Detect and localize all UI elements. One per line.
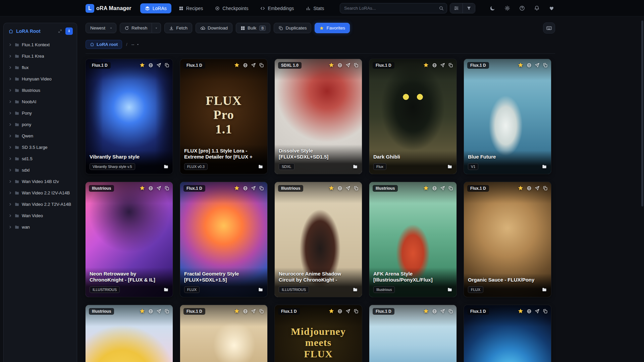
copy-icon[interactable] bbox=[543, 186, 548, 191]
favorite-star-icon[interactable] bbox=[139, 185, 145, 191]
globe-icon[interactable] bbox=[148, 186, 153, 191]
sidebar-folder[interactable]: wan bbox=[6, 221, 75, 233]
folder-icon[interactable] bbox=[447, 287, 452, 292]
lora-card[interactable]: Illustrious AFK Arena Style [Illustrious… bbox=[369, 182, 457, 297]
globe-icon[interactable] bbox=[243, 309, 248, 314]
refresh-dropdown-button[interactable] bbox=[152, 23, 161, 33]
lora-card[interactable]: Flux.1 D bbox=[180, 305, 267, 362]
globe-icon[interactable] bbox=[527, 63, 532, 68]
chevron-right-icon[interactable] bbox=[8, 43, 12, 47]
globe-icon[interactable] bbox=[432, 186, 437, 191]
lora-card[interactable]: Flux.1 D Vibrantly Sharp style Vibrantly… bbox=[86, 59, 173, 174]
sidebar-folder[interactable]: Flux.1 Kontext bbox=[6, 39, 75, 50]
chevron-right-icon[interactable] bbox=[8, 225, 12, 229]
sidebar-folder[interactable]: Wan Video bbox=[6, 210, 75, 221]
keyboard-shortcuts-button[interactable] bbox=[543, 22, 555, 34]
pin-sidebar-button[interactable] bbox=[65, 27, 73, 35]
chevron-right-icon[interactable] bbox=[8, 100, 12, 104]
sidebar-folder[interactable]: Flux.1 Krea bbox=[6, 50, 75, 62]
copy-icon[interactable] bbox=[164, 309, 169, 314]
folder-icon[interactable] bbox=[258, 287, 263, 292]
favorite-star-icon[interactable] bbox=[328, 308, 334, 314]
filter-button[interactable] bbox=[463, 3, 475, 13]
folder-icon[interactable] bbox=[542, 287, 547, 292]
sort-select[interactable]: Newest bbox=[86, 23, 116, 33]
globe-icon[interactable] bbox=[148, 309, 153, 314]
send-icon[interactable] bbox=[440, 63, 445, 68]
copy-icon[interactable] bbox=[259, 186, 264, 191]
chevron-right-icon[interactable] bbox=[8, 88, 12, 92]
sidebar-folder[interactable]: sd1.5 bbox=[6, 153, 75, 164]
sidebar-folder[interactable]: Hunyuan Video bbox=[6, 73, 75, 84]
lora-card[interactable]: Illustrious Neurocore Anime Shadow Circu… bbox=[275, 182, 362, 297]
lora-card[interactable]: Midjourney meets FLUX Flux.1 D bbox=[275, 305, 362, 362]
favorite-star-icon[interactable] bbox=[423, 185, 429, 191]
lora-card[interactable]: SDXL 1.0 Dissolve Style [FLUX+SDXL+SD1.5… bbox=[275, 59, 362, 174]
favorite-star-icon[interactable] bbox=[139, 308, 145, 314]
duplicates-button[interactable]: Duplicates bbox=[274, 23, 311, 33]
lora-card[interactable]: Illustrious Neon Retrowave by ChronoKnig… bbox=[86, 182, 173, 297]
folder-icon[interactable] bbox=[542, 164, 547, 169]
sidebar-root-label[interactable]: LoRA Root bbox=[16, 28, 41, 34]
send-icon[interactable] bbox=[156, 63, 161, 68]
download-button[interactable]: Download bbox=[196, 23, 232, 33]
nav-tab-stats[interactable]: Stats bbox=[301, 3, 329, 13]
favorite-star-icon[interactable] bbox=[139, 62, 145, 68]
lora-card[interactable]: Flux.1 D bbox=[369, 305, 457, 362]
globe-icon[interactable] bbox=[527, 186, 532, 191]
send-icon[interactable] bbox=[251, 309, 256, 314]
copy-icon[interactable] bbox=[164, 186, 169, 191]
favorite-star-icon[interactable] bbox=[518, 308, 524, 314]
lora-card[interactable]: Flux.1 D bbox=[464, 305, 551, 362]
chevron-right-icon[interactable] bbox=[8, 77, 12, 81]
chevron-right-icon[interactable] bbox=[8, 111, 12, 115]
breadcrumb-folder-dropdown[interactable]: -- bbox=[131, 42, 140, 47]
copy-icon[interactable] bbox=[448, 63, 453, 68]
globe-icon[interactable] bbox=[432, 309, 437, 314]
send-icon[interactable] bbox=[535, 309, 540, 314]
refresh-button[interactable]: Refresh bbox=[120, 23, 152, 33]
globe-icon[interactable] bbox=[243, 186, 248, 191]
nav-tab-recipes[interactable]: Recipes bbox=[174, 3, 208, 13]
lora-card[interactable]: Flux.1 D Blue Future V1 bbox=[464, 59, 551, 174]
theme-toggle-button[interactable] bbox=[487, 3, 497, 13]
chevron-right-icon[interactable] bbox=[8, 66, 12, 69]
copy-icon[interactable] bbox=[259, 309, 264, 314]
globe-icon[interactable] bbox=[337, 63, 342, 68]
sidebar-folder[interactable]: Wan Video 2.2 I2V-A14B bbox=[6, 187, 75, 198]
help-button[interactable] bbox=[517, 3, 527, 13]
globe-icon[interactable] bbox=[243, 63, 248, 68]
sidebar-folder[interactable]: Illustrious bbox=[6, 84, 75, 96]
nav-tab-checkpoints[interactable]: Checkpoints bbox=[210, 3, 253, 13]
folder-icon[interactable] bbox=[163, 287, 169, 292]
scrollbar-thumb[interactable] bbox=[641, 20, 643, 206]
page-scrollbar[interactable] bbox=[641, 16, 644, 362]
copy-icon[interactable] bbox=[448, 309, 453, 314]
favorite-star-icon[interactable] bbox=[518, 62, 524, 68]
send-icon[interactable] bbox=[345, 63, 351, 68]
sidebar-folder[interactable]: SD 3.5 Large bbox=[6, 141, 75, 153]
app-logo[interactable]: L oRA Manager bbox=[86, 4, 131, 13]
favorite-star-icon[interactable] bbox=[518, 185, 524, 191]
sidebar-folder[interactable]: Qwen bbox=[6, 130, 75, 141]
chevron-right-icon[interactable] bbox=[8, 157, 12, 161]
chevron-right-icon[interactable] bbox=[8, 54, 12, 58]
sidebar-folder[interactable]: Pony bbox=[6, 107, 75, 119]
chevron-right-icon[interactable] bbox=[8, 191, 12, 195]
nav-tab-embeddings[interactable]: Embeddings bbox=[256, 3, 299, 13]
copy-icon[interactable] bbox=[354, 186, 359, 191]
send-icon[interactable] bbox=[251, 63, 256, 68]
globe-icon[interactable] bbox=[337, 186, 342, 191]
sidebar-folder[interactable]: NoobAI bbox=[6, 96, 75, 107]
copy-icon[interactable] bbox=[448, 186, 453, 191]
folder-icon[interactable] bbox=[258, 164, 263, 169]
chevron-right-icon[interactable] bbox=[8, 202, 12, 206]
favorite-star-icon[interactable] bbox=[234, 308, 240, 314]
sidebar-folder[interactable]: flux bbox=[6, 62, 75, 73]
favorites-filter-button[interactable]: Favorites bbox=[315, 23, 350, 33]
favorite-star-icon[interactable] bbox=[423, 62, 429, 68]
globe-icon[interactable] bbox=[148, 63, 153, 68]
nav-tab-loras[interactable]: LoRAs bbox=[140, 3, 171, 13]
lora-card[interactable]: FLUX Pro 1.1 Flux.1 D FLUX [pro] 1.1 Sty… bbox=[180, 59, 267, 174]
chevron-right-icon[interactable] bbox=[8, 134, 12, 138]
